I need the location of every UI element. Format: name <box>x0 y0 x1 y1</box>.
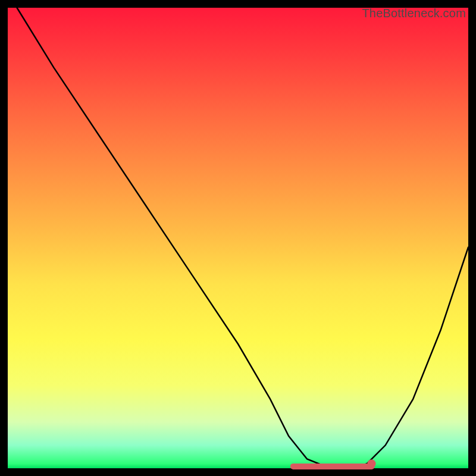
chart-frame: TheBottleneck.com <box>8 8 468 468</box>
end-marker-dot <box>368 459 376 468</box>
bottleneck-curve-path <box>17 8 469 468</box>
bottleneck-curve-svg <box>8 8 468 468</box>
